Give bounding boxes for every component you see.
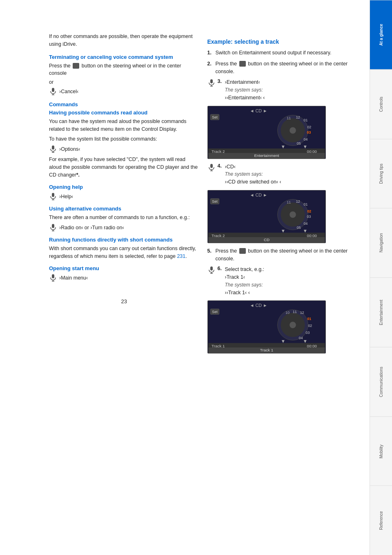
section2-text1: You can have the system read aloud the p… bbox=[49, 118, 199, 133]
svg-text:Set: Set bbox=[212, 310, 218, 314]
svg-point-48 bbox=[290, 211, 296, 218]
section2-subheading: Having possible commands read aloud bbox=[49, 110, 199, 116]
section2-heading: Commands bbox=[49, 101, 199, 107]
section1-command: ›Cancel‹ bbox=[49, 87, 199, 96]
svg-text:12: 12 bbox=[296, 199, 300, 203]
svg-text:Entertainment: Entertainment bbox=[254, 153, 279, 158]
svg-rect-15 bbox=[210, 79, 213, 83]
section2-text2: To have the system list the possible com… bbox=[49, 135, 199, 143]
step-1-text: Switch on Entertainment sound output if … bbox=[216, 49, 358, 57]
svg-rect-63 bbox=[210, 266, 213, 271]
section5-text1: With short commands you can carry out ce… bbox=[49, 245, 199, 260]
svg-text:03: 03 bbox=[307, 215, 311, 219]
svg-rect-39 bbox=[210, 164, 213, 168]
sidebar-tab-controls[interactable]: Controls bbox=[370, 69, 392, 139]
cd-display-3: ◄ CD ► Set 10 11 12 01 02 03 04 ▼ ▼ Trac… bbox=[207, 300, 326, 354]
mic-icon-5 bbox=[49, 274, 57, 282]
svg-text:12: 12 bbox=[300, 311, 304, 315]
svg-text:01: 01 bbox=[307, 317, 311, 321]
section1-text1: Press the button on the steering wheel o… bbox=[49, 62, 199, 78]
mic-icon-1 bbox=[49, 87, 57, 96]
svg-text:CD: CD bbox=[263, 237, 269, 242]
mic-icon-step4 bbox=[207, 163, 216, 172]
svg-rect-12 bbox=[52, 274, 54, 278]
page-number: 23 bbox=[121, 298, 127, 304]
section1-or: or bbox=[49, 79, 199, 85]
svg-text:05: 05 bbox=[296, 225, 301, 229]
section1-heading: Terminating or canceling voice command s… bbox=[49, 54, 199, 60]
section5-subheading: Running functions directly with short co… bbox=[49, 237, 199, 243]
svg-text:Set: Set bbox=[212, 115, 218, 119]
section2-text3: For example, if you have selected "CD", … bbox=[49, 156, 199, 179]
section6-command-text: ›Main menu‹ bbox=[59, 275, 88, 281]
svg-text:04: 04 bbox=[303, 137, 307, 141]
sidebar-tab-entertainment[interactable]: Entertainment bbox=[370, 278, 392, 347]
step-1: 1. Switch on Entertainment sound output … bbox=[207, 49, 358, 57]
step-1-num: 1. bbox=[207, 49, 216, 57]
section3-command-text: ›Help‹ bbox=[59, 194, 73, 199]
svg-text:11: 11 bbox=[287, 200, 291, 204]
section4-command: ›Radio on‹ or ›Turn radio on‹ bbox=[49, 224, 199, 232]
step-6-num: 6. bbox=[218, 266, 225, 271]
svg-text:Set: Set bbox=[212, 199, 218, 203]
svg-text:◄ CD ►: ◄ CD ► bbox=[249, 108, 267, 113]
cd-display-2: ◄ CD ► Set 11 12 01 02 03 04 05 ▼ ▼ Trac… bbox=[207, 190, 326, 243]
mic-icon-4 bbox=[49, 224, 57, 232]
sidebar-tab-mobility[interactable]: Mobility bbox=[370, 416, 392, 486]
sidebar-tab-navigation[interactable]: Navigation bbox=[370, 208, 392, 278]
step-5-num: 5. bbox=[207, 247, 216, 263]
section4-subheading: Using alternative commands bbox=[49, 206, 199, 212]
svg-text:12: 12 bbox=[296, 115, 300, 119]
svg-text:02: 02 bbox=[307, 209, 311, 213]
svg-text:04: 04 bbox=[303, 221, 307, 225]
step-3-num: 3. bbox=[218, 78, 225, 84]
svg-rect-3 bbox=[52, 145, 54, 150]
step-4-content: ›CD‹ The system says: ››CD drive switche… bbox=[225, 163, 281, 186]
right-section-heading: Example: selecting a track bbox=[207, 38, 358, 45]
svg-text:02: 02 bbox=[308, 324, 312, 328]
step-2-num: 2. bbox=[207, 60, 216, 76]
svg-text:◄ CD ►: ◄ CD ► bbox=[249, 192, 267, 197]
sidebar-tab-at-a-glance[interactable]: At a glance bbox=[370, 0, 392, 69]
section6-subheading: Opening start menu bbox=[49, 265, 199, 271]
svg-text:11: 11 bbox=[293, 310, 297, 314]
svg-text:11: 11 bbox=[287, 116, 291, 120]
svg-text:01: 01 bbox=[303, 202, 307, 206]
svg-point-24 bbox=[290, 127, 296, 134]
svg-text:01: 01 bbox=[303, 118, 307, 122]
step-6-content: Select track, e.g.: ›Track 1‹ The system… bbox=[225, 266, 265, 296]
sidebar-tab-driving-tips[interactable]: Driving tips bbox=[370, 139, 392, 208]
mic-icon-3 bbox=[49, 192, 57, 201]
svg-text:05: 05 bbox=[296, 141, 301, 145]
section2-command: ›Options‹ bbox=[49, 145, 199, 153]
step-4: 4. ›CD‹ The system says: ››CD drive swit… bbox=[207, 163, 358, 186]
svg-text:Track 1: Track 1 bbox=[260, 348, 273, 352]
sidebar-tab-reference[interactable]: Reference bbox=[370, 486, 392, 555]
section1-command-text: ›Cancel‹ bbox=[59, 89, 78, 94]
mic-icon-step3 bbox=[207, 79, 216, 87]
section3-command: ›Help‹ bbox=[49, 192, 199, 201]
section2-command-text: ›Options‹ bbox=[59, 146, 80, 152]
svg-point-72 bbox=[290, 322, 296, 328]
section4-text1: There are often a number of commands to … bbox=[49, 214, 199, 222]
step-5: 5. Press the button on the steering whee… bbox=[207, 247, 358, 263]
mic-icon-2 bbox=[49, 145, 57, 153]
svg-text:03: 03 bbox=[307, 130, 311, 134]
svg-text:04: 04 bbox=[298, 336, 303, 340]
svg-text:10: 10 bbox=[285, 311, 290, 315]
section3-subheading: Opening help bbox=[49, 184, 199, 190]
step-2: 2. Press the button on the steering whee… bbox=[207, 60, 358, 76]
svg-rect-0 bbox=[52, 88, 54, 92]
svg-text:03: 03 bbox=[305, 331, 310, 335]
section4-command-text: ›Radio on‹ or ›Turn radio on‹ bbox=[59, 225, 124, 231]
step-3: 3. ›Entertainment‹ The system says: ››En… bbox=[207, 78, 358, 101]
section6-command: ›Main menu‹ bbox=[49, 274, 199, 282]
cd-display-1: ◄ CD ► Set 11 12 01 02 03 04 05 ▼ ▼ bbox=[207, 106, 326, 159]
svg-rect-9 bbox=[52, 224, 54, 228]
step-6: 6. Select track, e.g.: ›Track 1‹ The sys… bbox=[207, 266, 358, 296]
step-4-num: 4. bbox=[218, 163, 225, 169]
sidebar-tab-communications[interactable]: Communications bbox=[370, 347, 392, 416]
svg-text:◄ CD ►: ◄ CD ► bbox=[249, 303, 267, 308]
svg-text:02: 02 bbox=[307, 125, 311, 129]
step-3-content: ›Entertainment‹ The system says: ››Enter… bbox=[225, 78, 265, 101]
